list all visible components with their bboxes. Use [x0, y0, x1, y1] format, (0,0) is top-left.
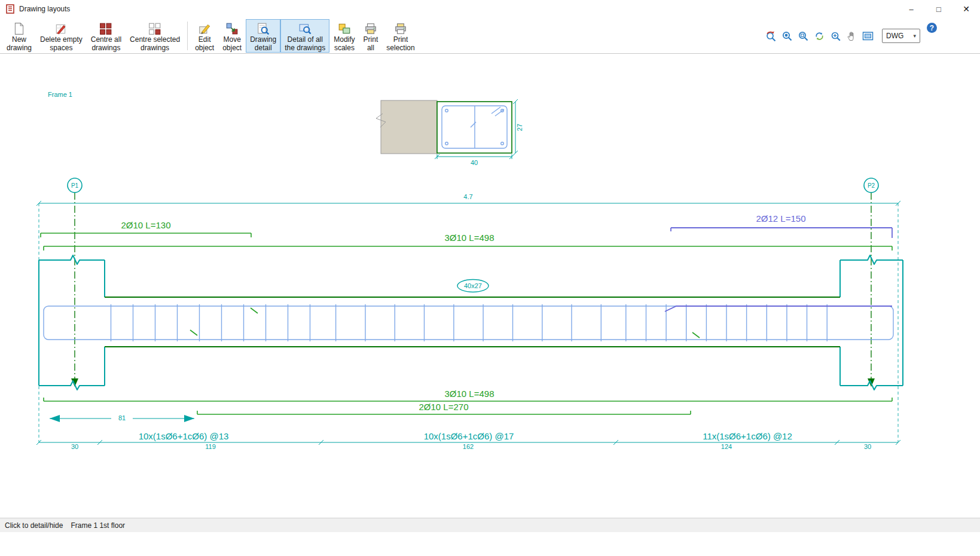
arrow-left: [50, 415, 60, 422]
toolbar-button-new-drawing[interactable]: Newdrawing: [2, 19, 36, 53]
toolbar-button-edit-object[interactable]: Editobject: [191, 19, 218, 53]
pan-icon[interactable]: [845, 29, 858, 42]
stirrup-zone-2-label: 10x(1sØ6+1cØ6) @17: [424, 431, 514, 441]
zoom-realtime-icon[interactable]: [829, 29, 842, 42]
stirrup-zone-3-label: 11x(1sØ6+1cØ6) @12: [703, 431, 792, 441]
toolbar: NewdrawingDelete emptyspacesCentre alldr…: [0, 18, 980, 54]
close-button[interactable]: ✕: [952, 0, 980, 18]
left-support-dim: 30: [71, 443, 78, 450]
centre-all-drawings-icon: [99, 22, 112, 35]
frame-label: Frame 1: [48, 91, 72, 98]
top-bar-callout-3[interactable]: 3Ø10 L=498: [44, 233, 892, 250]
bottom-bar-2-label: 2Ø10 L=270: [419, 402, 469, 412]
bar-end-mark: [692, 332, 700, 338]
stirrup-distribution-dimension: 10x(1sØ6+1cØ6) @13 10x(1sØ6+1cØ6) @17 11…: [36, 431, 900, 450]
top-bar-1-label: 2Ø10 L=130: [121, 220, 171, 230]
bar-end-mark: [251, 308, 258, 313]
drawing-detail-icon: [257, 22, 270, 35]
zoom-previous-icon[interactable]: [764, 29, 777, 42]
view-icons: [764, 29, 874, 42]
anchorage-dim-label: 81: [118, 414, 126, 421]
detail-of-all-icon: [298, 22, 312, 35]
top-bar-callout-1[interactable]: 2Ø10 L=130: [41, 220, 251, 237]
top-bar-callout-2[interactable]: 2Ø12 L=150: [671, 213, 892, 238]
bottom-bar-callout-1[interactable]: 3Ø10 L=498: [44, 389, 892, 401]
drawing-svg[interactable]: Frame 1 40: [0, 54, 980, 518]
support-p2: P2: [864, 178, 878, 193]
status-hint: Click to detail/hide: [5, 521, 63, 530]
anchorage-dimension: 81: [50, 413, 194, 422]
toolbar-button-centre-selected-drawings[interactable]: Centre selecteddrawings: [126, 19, 184, 53]
beam-size-label: 40x27: [464, 282, 482, 289]
cross-section-detail[interactable]: 40 27: [376, 99, 523, 166]
zoom-extents-icon[interactable]: [780, 29, 793, 42]
modify-scales-icon: [338, 22, 351, 35]
window-title: Drawing layouts: [19, 5, 70, 13]
maximize-button[interactable]: □: [925, 0, 952, 18]
beam-outline[interactable]: [39, 255, 903, 390]
status-bar: Click to detail/hide Frame 1 1st floor: [0, 518, 980, 532]
toolbar-button-drawing-detail[interactable]: Drawingdetail: [246, 19, 280, 53]
app-window: Drawing layouts – □ ✕ NewdrawingDelete e…: [0, 0, 980, 556]
concrete-block: [381, 100, 437, 154]
format-dropdown[interactable]: DWG ▾: [882, 29, 920, 43]
span-dim-label: 4.7: [463, 193, 472, 200]
toolbar-button-modify-scales[interactable]: Modifyscales: [329, 19, 359, 53]
toolbar-button-print-selection[interactable]: Printselection: [382, 19, 419, 53]
edit-object-icon: [198, 22, 211, 35]
arrow-right: [184, 415, 194, 422]
top-bar-2-label: 2Ø12 L=150: [756, 213, 806, 224]
section-width-dim: 40: [471, 159, 478, 166]
new-drawing-icon: [13, 22, 26, 35]
toolbar-separator: [187, 22, 188, 50]
status-context: Frame 1 1st floor: [71, 521, 125, 530]
zone-1-length: 119: [205, 443, 216, 450]
format-dropdown-value: DWG: [886, 32, 903, 40]
zone-3-length: 124: [721, 443, 732, 450]
stirrups: [111, 304, 828, 341]
support-p1: P1: [68, 178, 82, 193]
section-height-dim: 27: [516, 124, 523, 131]
toolbar-button-print-all[interactable]: Printall: [359, 19, 383, 53]
move-object-icon: [225, 22, 239, 35]
bottom-bar-callout-2[interactable]: 2Ø10 L=270: [197, 402, 691, 414]
print-selection-icon: [394, 22, 407, 35]
support-p1-label: P1: [71, 182, 79, 189]
right-support-dim: 30: [864, 443, 871, 450]
bottom-filler: [0, 532, 980, 556]
drawing-canvas[interactable]: Frame 1 40: [0, 54, 980, 518]
chevron-down-icon: ▾: [913, 33, 916, 39]
toolbar-buttons: NewdrawingDelete emptyspacesCentre alldr…: [2, 19, 419, 53]
delete-empty-spaces-icon: [54, 22, 68, 35]
print-all-icon: [364, 22, 377, 35]
span-dimension: 4.7: [36, 193, 900, 206]
help-icon[interactable]: ?: [927, 23, 937, 33]
bar-end-mark: [190, 330, 197, 335]
redraw-icon[interactable]: [813, 29, 826, 42]
full-window-icon[interactable]: [861, 29, 874, 42]
title-bar: Drawing layouts – □ ✕: [0, 0, 980, 18]
window-controls: – □ ✕: [897, 0, 980, 18]
toolbar-button-centre-all-drawings[interactable]: Centre alldrawings: [87, 19, 126, 53]
zoom-window-icon[interactable]: [796, 29, 810, 42]
zone-2-length: 162: [463, 443, 474, 450]
beam-size-badge[interactable]: 40x27: [457, 280, 489, 292]
centre-selected-drawings-icon: [148, 22, 161, 35]
support-p2-label: P2: [868, 182, 875, 189]
bottom-bar-1-label: 3Ø10 L=498: [445, 389, 494, 399]
stirrup-zone-1-label: 10x(1sØ6+1cØ6) @13: [139, 431, 229, 441]
toolbar-button-move-object[interactable]: Moveobject: [218, 19, 246, 53]
stirrup-cage[interactable]: [44, 304, 893, 341]
minimize-button[interactable]: –: [897, 0, 925, 18]
longitudinal-cage: [44, 306, 893, 340]
toolbar-button-delete-empty-spaces[interactable]: Delete emptyspaces: [36, 19, 87, 53]
top-bar-2-in-beam: [665, 306, 892, 311]
top-bar-3-label: 3Ø10 L=498: [445, 233, 494, 243]
view-toolbar: DWG ▾: [764, 19, 978, 53]
app-icon: [5, 4, 15, 14]
toolbar-button-detail-of-all-the-drawings[interactable]: Detail of allthe drawings: [280, 19, 329, 53]
